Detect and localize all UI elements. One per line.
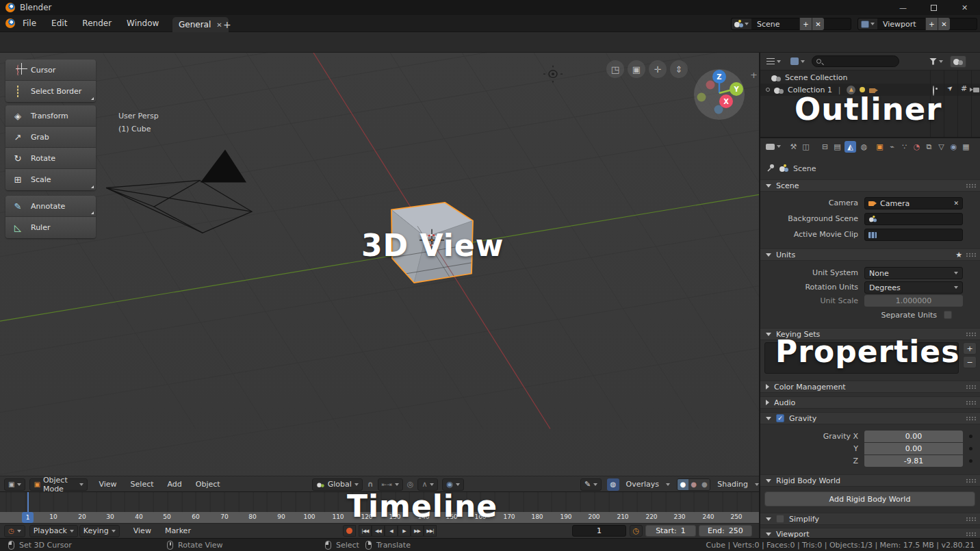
start-frame-field[interactable]: Start:1 <box>645 525 696 537</box>
viewport-menu-view[interactable]: View <box>92 480 123 489</box>
tab-physics[interactable]: ◔ <box>911 141 923 153</box>
tab-tool[interactable]: ⚒ <box>788 141 799 153</box>
disable-viewport-icon[interactable]: # <box>961 84 967 93</box>
shading-dropdown[interactable]: Shading <box>710 480 755 489</box>
next-keyframe-button[interactable]: ▶▶ <box>411 525 424 537</box>
gravity-y-field[interactable]: 0.00 <box>864 443 963 454</box>
properties-editor[interactable]: ⚒ ◫ ⊟ ▤ ◭ ◍ ▣ ⌁ ∵ ◔ ⧉ ▽ ◉ ▦ Scene Scene … <box>760 137 980 538</box>
remove-scene-button[interactable]: ✕ <box>812 18 824 30</box>
snap-magnet-icon[interactable]: ∩ <box>368 480 374 489</box>
remove-viewlayer-button[interactable]: ✕ <box>938 18 950 30</box>
drag-handle[interactable] <box>966 478 976 483</box>
tab-world[interactable]: ◍ <box>858 141 870 153</box>
simplify-checkbox[interactable] <box>776 515 784 523</box>
play-reverse-button[interactable]: ◀ <box>385 525 398 537</box>
proportional-edit-icon[interactable]: ◎ <box>407 480 414 489</box>
menu-edit[interactable]: Edit <box>44 15 75 32</box>
drag-handle[interactable] <box>966 517 976 522</box>
prev-keyframe-button[interactable]: ◀◀ <box>372 525 385 537</box>
timeline-editor[interactable]: 1 10 20 30 40 50 60 70 80 90 100 110 120… <box>0 492 759 538</box>
drag-handle[interactable] <box>966 416 976 421</box>
tool-scale[interactable]: ⊞ Scale <box>5 169 96 190</box>
add-keying-set-button[interactable]: + <box>963 342 977 355</box>
playback-dropdown[interactable]: Playback <box>29 525 78 537</box>
camera-view-icon[interactable]: ▣ <box>628 60 645 78</box>
tool-annotate[interactable]: ✎ Annotate <box>5 196 96 217</box>
filter-button[interactable] <box>927 55 946 68</box>
overlays-toggle[interactable]: ◍ <box>607 478 619 491</box>
maximize-button[interactable] <box>918 0 949 15</box>
outliner-editor[interactable]: Scene Collection Collection 1 ❘ ➤ # Outl… <box>760 53 980 137</box>
background-scene-field[interactable] <box>864 213 963 225</box>
tool-transform[interactable]: ◈ Transform <box>5 105 96 127</box>
add-rigid-body-world-button[interactable]: Add Rigid Body World <box>764 491 975 507</box>
add-scene-button[interactable]: + <box>799 18 812 30</box>
new-collection-button[interactable] <box>950 55 966 68</box>
zoom-view-icon[interactable]: ⇕ <box>670 60 688 78</box>
tool-rotate[interactable]: ↻ Rotate <box>5 148 96 169</box>
end-frame-field[interactable]: End:250 <box>699 525 752 537</box>
tab-object[interactable]: ▣ <box>874 141 886 153</box>
clear-icon[interactable]: ✕ <box>953 200 959 207</box>
outliner-editor-type-button[interactable] <box>764 55 784 68</box>
tool-select-border[interactable]: Select Border <box>5 81 96 102</box>
workspace-tab-close-icon[interactable]: ✕ <box>216 21 222 29</box>
record-button[interactable] <box>343 525 356 537</box>
pin-icon[interactable] <box>766 163 775 172</box>
navigation-gizmo[interactable]: Z Y X <box>690 64 751 125</box>
gravity-z-field[interactable]: -9.81 <box>864 455 963 467</box>
tool-grab[interactable]: ↗ Grab <box>5 127 96 148</box>
panel-units[interactable]: Units ★ <box>760 248 980 261</box>
workspace-tab-general[interactable]: General ✕ <box>172 17 229 32</box>
animate-dot[interactable] <box>969 435 972 438</box>
current-frame-badge[interactable]: 1 <box>22 512 34 523</box>
drag-handle[interactable] <box>966 400 976 405</box>
panel-gravity[interactable]: ✓ Gravity <box>760 412 980 424</box>
add-workspace-button[interactable]: + <box>223 19 231 30</box>
drag-handle[interactable] <box>966 332 976 337</box>
tab-constraints[interactable]: ⧉ <box>923 141 935 153</box>
gravity-checkbox[interactable]: ✓ <box>776 414 784 422</box>
jump-end-button[interactable]: ▶▶| <box>424 525 437 537</box>
disclosure-icon[interactable] <box>766 88 770 92</box>
panel-scene[interactable]: Scene <box>760 179 980 192</box>
separate-units-checkbox[interactable] <box>944 311 952 319</box>
shading-solid-icon[interactable]: ● <box>678 479 688 490</box>
timeline-editor-type-button[interactable]: ◷ <box>4 525 25 537</box>
tool-ruler[interactable]: ◺ Ruler <box>5 217 96 238</box>
viewlayer-selector[interactable]: Viewport + ✕ <box>858 18 977 30</box>
overlays-dropdown[interactable]: Overlays <box>619 480 667 489</box>
star-icon[interactable]: ★ <box>955 251 962 259</box>
add-viewlayer-button[interactable]: + <box>925 18 938 30</box>
tab-material[interactable]: ◉ <box>948 141 959 153</box>
viewport-menu-object[interactable]: Object <box>189 480 227 489</box>
play-button[interactable]: ▶ <box>398 525 411 537</box>
menu-render[interactable]: Render <box>75 15 119 32</box>
movie-clip-field[interactable] <box>864 229 963 241</box>
gizmos-selector[interactable]: ✎ <box>580 478 602 491</box>
viewport-menu-add[interactable]: Add <box>161 480 189 489</box>
animate-dot[interactable] <box>969 447 972 450</box>
panel-simplify[interactable]: Simplify <box>760 513 980 525</box>
panel-rigid-body-world[interactable]: Rigid Body World <box>760 474 980 487</box>
timeline-menu-view[interactable]: View <box>127 526 158 535</box>
current-frame-field[interactable]: 1 <box>572 525 626 537</box>
tab-data[interactable]: ▽ <box>936 141 947 153</box>
tab-particles[interactable]: ∵ <box>899 141 910 153</box>
panel-color-management[interactable]: Color Management <box>760 381 980 393</box>
shading-rendered-icon[interactable]: ● <box>699 479 710 490</box>
timeline-menu-marker[interactable]: Marker <box>158 526 198 535</box>
gravity-x-field[interactable]: 0.00 <box>864 431 963 442</box>
menu-window[interactable]: Window <box>119 15 166 32</box>
panel-viewport[interactable]: Viewport <box>760 528 980 538</box>
minimize-button[interactable]: — <box>888 0 918 15</box>
unit-system-select[interactable]: None <box>864 267 963 279</box>
animate-dot[interactable] <box>969 459 972 463</box>
drag-handle[interactable] <box>966 183 976 188</box>
tool-cursor[interactable]: Cursor <box>5 60 96 81</box>
drag-handle[interactable] <box>966 385 976 389</box>
rotation-units-select[interactable]: Degrees <box>864 281 963 294</box>
close-button[interactable]: ✕ <box>949 0 980 15</box>
perspective-toggle-icon[interactable]: ◳ <box>606 60 624 78</box>
mode-selector[interactable]: ▣ Object Mode <box>29 478 88 491</box>
